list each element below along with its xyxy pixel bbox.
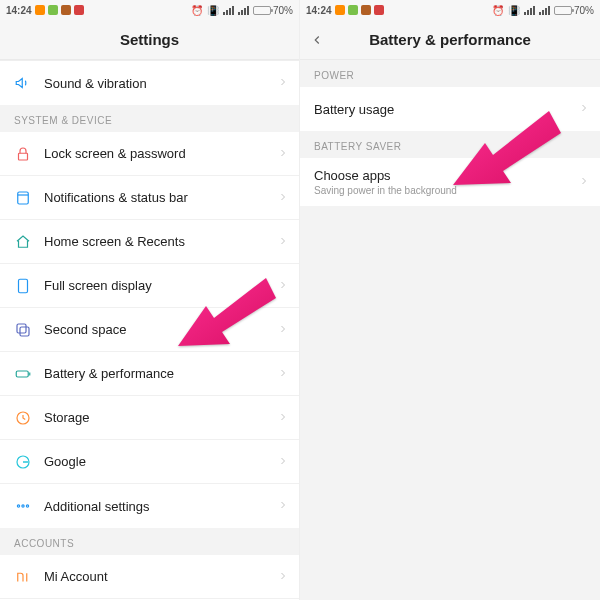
status-clock: 14:24	[306, 5, 332, 16]
row-label: Lock screen & password	[44, 146, 277, 161]
chevron-right-icon	[277, 453, 289, 471]
chevron-right-icon	[277, 74, 289, 92]
row-label: Battery usage	[314, 102, 578, 117]
status-app-icon	[348, 5, 358, 15]
row-label: Sound & vibration	[44, 76, 277, 91]
signal-icon-2	[238, 6, 249, 15]
more-icon	[14, 497, 44, 515]
chevron-right-icon	[277, 189, 289, 207]
row-home-screen-recents[interactable]: Home screen & Recents	[0, 220, 299, 264]
svg-rect-1	[18, 192, 29, 204]
svg-rect-3	[19, 279, 28, 293]
fullscreen-icon	[14, 277, 44, 295]
google-icon	[14, 453, 44, 471]
status-clock: 14:24	[6, 5, 32, 16]
row-label: Mi Account	[44, 569, 277, 584]
row-sound-vibration[interactable]: Sound & vibration	[0, 61, 299, 105]
row-battery-usage[interactable]: Battery usage	[300, 87, 600, 131]
svg-point-11	[22, 505, 24, 507]
section-system-device: SYSTEM & DEVICE	[0, 105, 299, 132]
row-label: Storage	[44, 410, 277, 425]
vibrate-icon	[508, 5, 520, 16]
back-button[interactable]	[310, 20, 324, 59]
status-bar: 14:24 70%	[0, 0, 299, 20]
status-app-icon	[48, 5, 58, 15]
battery-percent: 70%	[574, 5, 594, 16]
status-app-icon	[35, 5, 45, 15]
row-google[interactable]: Google	[0, 440, 299, 484]
chevron-right-icon	[277, 568, 289, 586]
page-title: Settings	[120, 31, 179, 48]
signal-icon-1	[524, 6, 535, 15]
row-label: Battery & performance	[44, 366, 277, 381]
row-label: Full screen display	[44, 278, 277, 293]
header: Battery & performance	[300, 20, 600, 60]
status-app-icon	[74, 5, 84, 15]
row-full-screen-display[interactable]: Full screen display	[0, 264, 299, 308]
svg-point-12	[26, 505, 28, 507]
lock-icon	[14, 145, 44, 163]
chevron-right-icon	[578, 100, 590, 118]
signal-icon-2	[539, 6, 550, 15]
row-label: Second space	[44, 322, 277, 337]
signal-icon-1	[223, 6, 234, 15]
row-label: Home screen & Recents	[44, 234, 277, 249]
settings-list[interactable]: Sound & vibration SYSTEM & DEVICE Lock s…	[0, 60, 299, 600]
chevron-right-icon	[277, 277, 289, 295]
phone-battery-performance: 14:24 70% Battery & performance POWER B	[300, 0, 600, 600]
battery-icon: 70%	[554, 5, 594, 16]
section-accounts: ACCOUNTS	[0, 528, 299, 555]
section-battery-saver: BATTERY SAVER	[300, 131, 600, 158]
page-title: Battery & performance	[369, 31, 531, 48]
phone-settings: 14:24 70% Settings Sound & vib	[0, 0, 300, 600]
battery-perf-icon	[14, 365, 44, 383]
status-app-icon	[374, 5, 384, 15]
header: Settings	[0, 20, 299, 60]
row-notifications-status-bar[interactable]: Notifications & status bar	[0, 176, 299, 220]
row-storage[interactable]: Storage	[0, 396, 299, 440]
chevron-right-icon	[578, 173, 590, 191]
svg-rect-0	[19, 153, 28, 160]
battery-percent: 70%	[273, 5, 293, 16]
battery-icon: 70%	[253, 5, 293, 16]
row-additional-settings[interactable]: Additional settings	[0, 484, 299, 528]
vibrate-icon	[207, 5, 219, 16]
svg-point-10	[17, 505, 19, 507]
chevron-right-icon	[277, 497, 289, 515]
second-space-icon	[14, 321, 44, 339]
notification-icon	[14, 189, 44, 207]
row-second-space[interactable]: Second space	[0, 308, 299, 352]
chevron-right-icon	[277, 365, 289, 383]
mi-icon	[14, 568, 44, 586]
row-lock-screen-password[interactable]: Lock screen & password	[0, 132, 299, 176]
row-label: Google	[44, 454, 277, 469]
alarm-icon	[492, 5, 504, 16]
home-icon	[14, 233, 44, 251]
chevron-right-icon	[277, 409, 289, 427]
chevron-right-icon	[277, 233, 289, 251]
status-app-icon	[361, 5, 371, 15]
status-bar: 14:24 70%	[300, 0, 600, 20]
row-label: Additional settings	[44, 499, 277, 514]
row-label: Choose apps	[314, 168, 578, 183]
svg-rect-4	[17, 324, 26, 333]
svg-rect-5	[20, 327, 29, 336]
battery-list[interactable]: POWER Battery usage BATTERY SAVER Choose…	[300, 60, 600, 600]
row-mi-account[interactable]: Mi Account	[0, 555, 299, 599]
section-power: POWER	[300, 60, 600, 87]
svg-rect-6	[16, 371, 28, 377]
row-choose-apps[interactable]: Choose apps Saving power in the backgrou…	[300, 158, 600, 206]
chevron-right-icon	[277, 321, 289, 339]
status-app-icon	[335, 5, 345, 15]
storage-icon	[14, 409, 44, 427]
sound-icon	[14, 74, 44, 92]
row-label: Notifications & status bar	[44, 190, 277, 205]
row-sublabel: Saving power in the background	[314, 185, 578, 196]
row-battery-performance[interactable]: Battery & performance	[0, 352, 299, 396]
status-app-icon	[61, 5, 71, 15]
alarm-icon	[191, 5, 203, 16]
chevron-right-icon	[277, 145, 289, 163]
